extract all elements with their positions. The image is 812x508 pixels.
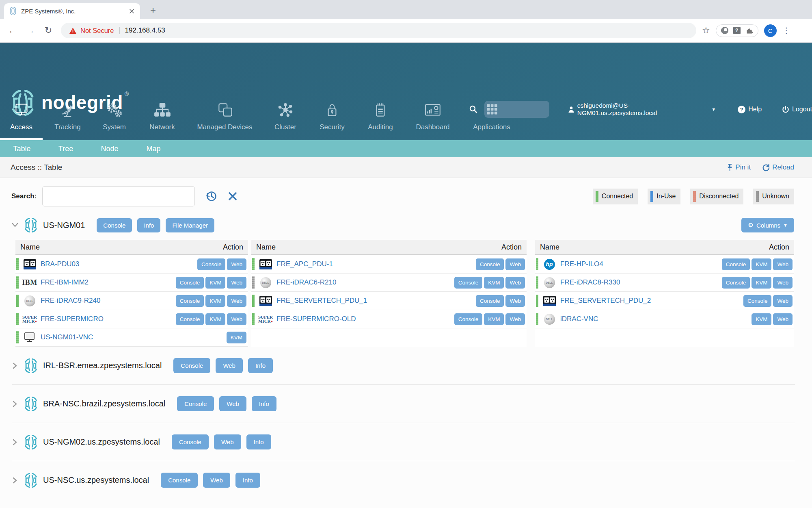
info-button[interactable]: Info — [252, 396, 276, 411]
tab-node[interactable]: Node — [88, 140, 132, 157]
info-button[interactable]: Info — [235, 473, 260, 488]
device-link[interactable]: FRE-SUPERMICRO-OLD — [276, 315, 356, 323]
nav-item-dashboard[interactable]: Dashboard — [406, 102, 459, 140]
device-link[interactable]: FRE-SUPERMICRO — [41, 315, 104, 323]
extensions-puzzle-icon[interactable] — [745, 27, 753, 35]
device-link[interactable]: FRE_SERVERTECH_PDU_1 — [276, 297, 367, 305]
console-button[interactable]: Console — [476, 258, 504, 270]
tab-close-icon[interactable] — [128, 7, 135, 15]
nav-item-network[interactable]: Network — [136, 102, 188, 140]
browser-tab[interactable]: ZPE Systems®, Inc. — [4, 3, 140, 19]
console-button[interactable]: Console — [722, 277, 750, 289]
web-button[interactable]: Web — [227, 277, 246, 289]
chevron-right-icon[interactable] — [11, 439, 19, 446]
device-link[interactable]: FRE-iDRAC6-R210 — [276, 278, 336, 287]
kvm-button[interactable]: KVM — [205, 277, 225, 289]
web-button[interactable]: Web — [773, 277, 793, 289]
console-button[interactable]: Console — [176, 277, 204, 289]
kvm-button[interactable]: KVM — [205, 295, 225, 307]
browser-menu-icon[interactable]: ⋮ — [782, 26, 790, 35]
device-link[interactable]: FRE-IBM-IMM2 — [41, 278, 89, 287]
web-button[interactable]: Web — [505, 295, 525, 307]
web-button[interactable]: Web — [227, 313, 246, 325]
extension-circle-icon[interactable] — [721, 27, 728, 34]
nav-item-cluster[interactable]: Cluster — [261, 102, 310, 140]
kvm-button[interactable]: KVM — [484, 277, 504, 289]
forward-icon[interactable]: → — [24, 24, 37, 37]
console-button[interactable]: Console — [197, 258, 226, 270]
console-button[interactable]: Console — [172, 434, 209, 449]
reload-button[interactable]: Reload — [762, 163, 794, 172]
nav-item-system[interactable]: System — [93, 102, 136, 140]
device-link[interactable]: FRE-iDRAC8-R330 — [560, 278, 620, 287]
extension-qr-icon[interactable]: ? — [733, 27, 741, 34]
console-button[interactable]: Console — [454, 277, 483, 289]
console-button[interactable]: Console — [177, 396, 214, 411]
tab-tree[interactable]: Tree — [44, 140, 88, 157]
console-button[interactable]: Console — [173, 358, 210, 373]
console-button[interactable]: Console — [743, 295, 772, 307]
tab-map[interactable]: Map — [132, 140, 175, 157]
info-button[interactable]: Info — [137, 218, 160, 232]
device-link[interactable]: FRE_SERVERTECH_PDU_2 — [560, 297, 651, 305]
kvm-button[interactable]: KVM — [484, 313, 504, 325]
device-link[interactable]: FRE_APC_PDU-1 — [276, 260, 333, 268]
kvm-button[interactable]: KVM — [752, 313, 771, 325]
kvm-button[interactable]: KVM — [752, 258, 771, 270]
web-button[interactable]: Web — [773, 258, 793, 270]
console-button[interactable]: Console — [476, 295, 504, 307]
file-manager-button[interactable]: File Manager — [166, 218, 214, 232]
device-link[interactable]: FRE-HP-ILO4 — [560, 260, 603, 268]
pin-it-button[interactable]: Pin it — [727, 163, 751, 172]
console-button[interactable]: Console — [97, 218, 132, 232]
web-button[interactable]: Web — [203, 473, 230, 488]
web-button[interactable]: Web — [773, 295, 793, 307]
device-link[interactable]: BRA-PDU03 — [41, 260, 79, 268]
url-bar[interactable]: Not Secure 192.168.4.53 — [61, 23, 696, 38]
info-button[interactable]: Info — [248, 358, 273, 373]
console-button[interactable]: Console — [176, 313, 204, 325]
info-button[interactable]: Info — [246, 434, 271, 449]
nav-item-managed-devices[interactable]: Managed Devices — [188, 102, 261, 140]
web-button[interactable]: Web — [219, 396, 246, 411]
web-button[interactable]: Web — [214, 434, 241, 449]
nav-item-tracking[interactable]: Tracking — [43, 102, 93, 140]
web-button[interactable]: Web — [227, 258, 246, 270]
console-button[interactable]: Console — [176, 295, 204, 307]
chevron-right-icon[interactable] — [11, 362, 19, 369]
new-tab-button[interactable]: + — [147, 4, 159, 16]
web-button[interactable]: Web — [227, 295, 246, 307]
browser-avatar[interactable]: C — [764, 24, 777, 37]
web-button[interactable]: Web — [505, 313, 525, 325]
web-button[interactable]: Web — [773, 313, 793, 325]
console-button[interactable]: Console — [161, 473, 198, 488]
logout-button[interactable]: Logout — [782, 106, 812, 113]
console-button[interactable]: Console — [722, 258, 750, 270]
user-menu[interactable]: cshiguedomi@US-NGM01.us.zpesystems.local… — [568, 102, 716, 117]
web-button[interactable]: Web — [505, 277, 525, 289]
reload-page-icon[interactable]: ↻ — [41, 24, 55, 37]
nav-item-access[interactable]: Access — [0, 102, 43, 140]
device-link[interactable]: FRE-iDRAC9-R240 — [41, 297, 100, 305]
device-link[interactable]: iDRAC-VNC — [560, 315, 598, 323]
columns-button[interactable]: ⚙ Columns ▼ — [741, 218, 794, 232]
web-button[interactable]: Web — [216, 358, 243, 373]
clear-search-button[interactable] — [227, 191, 238, 202]
search-history-button[interactable] — [205, 190, 218, 203]
back-icon[interactable]: ← — [6, 24, 19, 37]
device-link[interactable]: US-NGM01-VNC — [41, 333, 93, 341]
kvm-button[interactable]: KVM — [752, 277, 771, 289]
chevron-right-icon[interactable] — [11, 400, 19, 408]
console-button[interactable]: Console — [454, 313, 483, 325]
web-button[interactable]: Web — [505, 258, 525, 270]
nav-item-auditing[interactable]: Auditing — [354, 102, 406, 140]
kvm-button[interactable]: KVM — [227, 332, 246, 343]
chevron-down-icon[interactable] — [11, 221, 19, 229]
search-input[interactable] — [42, 186, 195, 206]
kvm-button[interactable]: KVM — [205, 313, 225, 325]
bookmark-star-icon[interactable]: ☆ — [702, 25, 710, 36]
nav-item-applications[interactable]: Applications — [459, 102, 524, 140]
nav-item-security[interactable]: Security — [310, 102, 354, 140]
tab-table[interactable]: Table — [0, 140, 44, 157]
help-button[interactable]: ? Help — [738, 106, 762, 113]
